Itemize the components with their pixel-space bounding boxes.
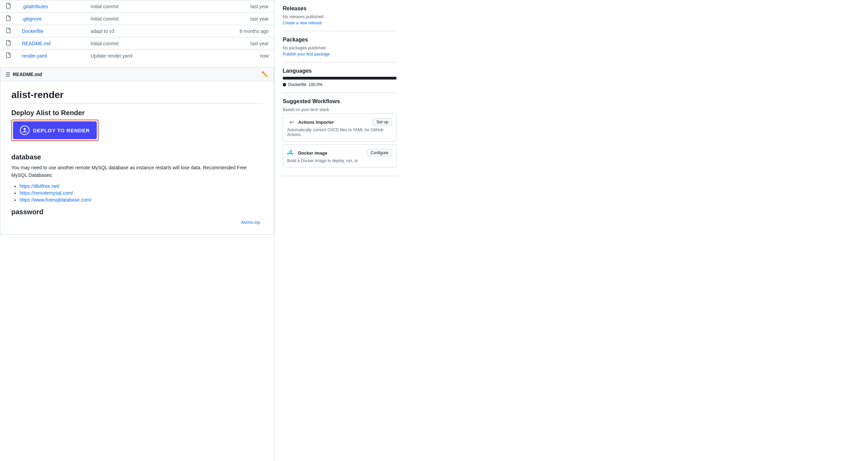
language-bar [283,77,397,80]
language-bar-fill [283,77,397,80]
table-row[interactable]: .gitattributes Initial commit last year [0,0,274,13]
svg-rect-5 [291,151,292,153]
list-item: https://www.freesqldatabase.com/ [20,197,263,203]
workflow-card-1-header: ↩ Actions Importer Set up [287,118,392,126]
file-icon-cell [0,25,16,37]
file-name[interactable]: render.yaml [16,50,85,62]
workflows-subtitle: Based on your tech stack [283,107,397,112]
workflow-card-1-title-row: ↩ Actions Importer [287,118,334,126]
language-percent: 100.0% [308,82,322,87]
file-commit: Update render.yaml [85,50,192,62]
deploy-button-wrapper: DEPLOY TO RENDER [11,120,98,141]
file-name[interactable]: README.md [16,37,85,50]
list-icon [6,72,10,76]
svg-rect-4 [289,151,290,153]
table-row[interactable]: README.md Initial commit last year [0,37,274,50]
sidebar: Releases No releases published Create a … [274,0,405,461]
file-icon-cell [0,13,16,25]
workflow-1-title: Actions Importer [298,120,334,125]
file-commit: Initial commit [85,37,192,50]
file-name[interactable]: Dockerfile [16,25,85,37]
list-item: https://remotemysql.com/ [20,190,263,196]
languages-section: Languages Dockerfile 100.0% [283,62,397,93]
readme-title: alist-render [11,89,263,104]
file-time: last year [192,13,274,25]
svg-rect-1 [289,153,290,154]
password-heading: password [11,208,263,216]
workflow-2-desc: Build a Docker image to deploy, run, or [287,158,392,163]
workflow-card-2-header: Docker image Configure [287,149,392,157]
deploy-button-label: DEPLOY TO RENDER [33,128,90,133]
db-link[interactable]: https://remotemysql.com/ [20,190,73,196]
table-row[interactable]: Dockerfile adapt to v3 8 months ago [0,25,274,37]
file-time: last year [192,37,274,50]
workflow-1-desc: Automatically convert CI/CD files to YAM… [287,128,392,137]
language-item: Dockerfile 100.0% [283,82,397,87]
file-commit: adapt to v3 [85,25,192,37]
table-row[interactable]: .gitignore Initial commit last year [0,13,274,25]
packages-none: No packages published [283,46,397,50]
database-heading: database [11,153,263,161]
edit-icon[interactable]: ✏️ [261,71,268,77]
workflow-card-1: ↩ Actions Importer Set up Automatically … [283,113,397,142]
db-link[interactable]: https://www.freesqldatabase.com/ [20,197,91,203]
workflow-2-title: Docker image [298,150,327,156]
deploy-heading: Deploy Alist to Render [11,109,263,117]
list-item: https://db4free.net/ [20,183,263,189]
deploy-to-render-button[interactable]: DEPLOY TO RENDER [13,121,97,139]
table-row[interactable]: render.yaml Update render.yaml now [0,50,274,62]
language-name: Dockerfile [288,82,306,87]
deploy-icon [20,125,30,135]
docker-icon [287,149,295,157]
file-time: now [192,50,274,62]
packages-title: Packages [283,37,397,43]
db-links-list: https://db4free.net/https://remotemysql.… [11,183,263,203]
create-release-link[interactable]: Create a new release [283,21,397,25]
workflows-title: Suggested Workflows [283,98,397,105]
workflows-section: Suggested Workflows Based on your tech s… [283,93,397,176]
file-table: .gitattributes Initial commit last year … [0,0,274,62]
watermark: Akimio.top [11,219,263,226]
releases-title: Releases [283,5,397,12]
file-time: 8 months ago [192,25,274,37]
file-icon-cell [0,0,16,13]
workflow-2-configure-button[interactable]: Configure [367,149,392,157]
file-commit: Initial commit [85,0,192,13]
workflow-card-2-title-row: Docker image [287,149,327,157]
workflow-card-2: Docker image Configure Build a Docker im… [283,144,397,168]
releases-none: No releases published [283,14,397,19]
file-icon-cell [0,50,16,62]
actions-importer-icon: ↩ [287,118,295,126]
file-name[interactable]: .gitignore [16,13,85,25]
releases-section: Releases No releases published Create a … [283,0,397,31]
svg-rect-3 [292,153,293,154]
readme-filename: README.md [13,72,42,77]
file-time: last year [192,0,274,13]
file-icon-cell [0,37,16,50]
svg-rect-6 [291,150,292,151]
database-text: You may need to use another remote MySQL… [11,164,263,179]
svg-rect-0 [287,153,289,154]
languages-title: Languages [283,68,397,74]
language-dot [283,83,286,86]
db-link[interactable]: https://db4free.net/ [20,183,60,189]
readme-body: alist-render Deploy Alist to Render DEPL… [0,81,274,235]
readme-header: README.md ✏️ [0,67,274,81]
svg-rect-2 [291,153,292,154]
file-name[interactable]: .gitattributes [16,0,85,13]
file-commit: Initial commit [85,13,192,25]
publish-package-link[interactable]: Publish your first package [283,52,397,57]
workflow-1-setup-button[interactable]: Set up [373,118,392,126]
packages-section: Packages No packages published Publish y… [283,31,397,62]
